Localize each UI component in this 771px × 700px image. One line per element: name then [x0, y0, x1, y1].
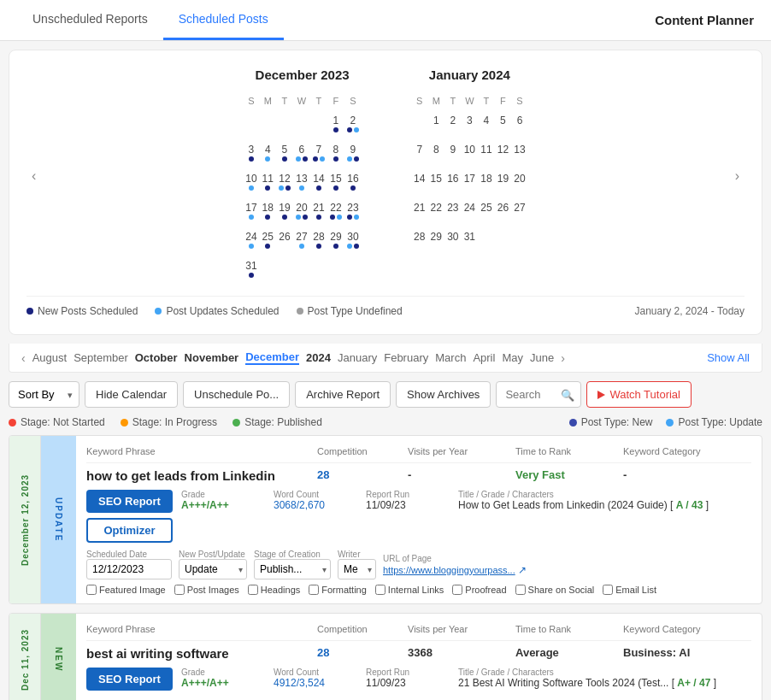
- cal-day-dec-2[interactable]: 2: [345, 111, 361, 138]
- cal-day-jan-10[interactable]: 10: [462, 140, 478, 168]
- cal-day-jan-23[interactable]: 23: [445, 198, 461, 226]
- month-february[interactable]: February: [384, 351, 428, 364]
- cal-day-jan-8[interactable]: 8: [428, 140, 444, 168]
- cal-day-dec-19[interactable]: 19: [277, 198, 292, 226]
- cal-day-dec-18[interactable]: 18: [261, 198, 275, 226]
- cal-day-jan-12[interactable]: 12: [496, 140, 511, 168]
- cal-day-dec-27[interactable]: 27: [294, 227, 309, 255]
- scheduled-date-input-1[interactable]: [86, 559, 172, 579]
- cal-day-jan-25[interactable]: 25: [479, 198, 494, 226]
- sort-by-select[interactable]: Sort By: [9, 381, 79, 408]
- cal-day-dec-22[interactable]: 22: [328, 198, 344, 226]
- cal-day-dec-7[interactable]: 7: [311, 140, 327, 168]
- cal-day-dec-17[interactable]: 17: [244, 198, 258, 226]
- cal-day-dec-3[interactable]: 3: [244, 140, 258, 168]
- month-prev-arrow[interactable]: ‹: [21, 351, 26, 365]
- cal-day-dec-10[interactable]: 10: [244, 169, 258, 197]
- cal-day-dec-5[interactable]: 5: [277, 140, 292, 168]
- cal-day-jan-15[interactable]: 15: [428, 169, 444, 197]
- month-march[interactable]: March: [435, 351, 466, 364]
- cal-day-dec-4[interactable]: 4: [261, 140, 275, 168]
- cal-day-jan-22[interactable]: 22: [428, 198, 444, 226]
- cal-day-dec-9[interactable]: 9: [345, 140, 361, 168]
- cal-day-jan-16[interactable]: 16: [445, 169, 461, 197]
- show-all-button[interactable]: Show All: [707, 351, 750, 364]
- cb-internal-links-1[interactable]: Internal Links: [375, 585, 444, 595]
- cal-day-dec-26[interactable]: 26: [277, 227, 292, 255]
- prev-arrow[interactable]: ‹: [26, 168, 41, 184]
- cal-day-dec-28[interactable]: 28: [311, 227, 327, 255]
- cal-day-jan-17[interactable]: 17: [462, 169, 478, 197]
- month-november[interactable]: November: [185, 351, 239, 364]
- cal-day-dec-23[interactable]: 23: [345, 198, 361, 226]
- stage-creation-select-1[interactable]: Publish... Not Started In Progress: [254, 559, 331, 579]
- cal-day-jan-24[interactable]: 24: [462, 198, 478, 226]
- tab-unscheduled[interactable]: Unscheduled Reports: [17, 0, 163, 40]
- cal-day-jan-31[interactable]: 31: [462, 227, 478, 255]
- cb-proofread-1[interactable]: Proofread: [452, 585, 506, 595]
- cal-day-jan-14[interactable]: 14: [412, 169, 427, 197]
- month-december[interactable]: December: [245, 350, 299, 365]
- cal-day-dec-21[interactable]: 21: [311, 198, 327, 226]
- cal-day-dec-25[interactable]: 25: [261, 227, 275, 255]
- cal-day-jan-2[interactable]: 2: [445, 111, 461, 138]
- seo-report-button-2[interactable]: SEO Report: [86, 668, 173, 691]
- cal-day-jan-13[interactable]: 13: [512, 140, 527, 168]
- cal-day-jan-7[interactable]: 7: [412, 140, 427, 168]
- cal-day-dec-20[interactable]: 20: [294, 198, 309, 226]
- url-link-1[interactable]: https://www.bloggingyourpass...: [383, 565, 515, 575]
- cal-day-dec-16[interactable]: 16: [345, 169, 361, 197]
- cal-day-dec-29[interactable]: 29: [328, 227, 344, 255]
- month-september[interactable]: September: [74, 351, 128, 364]
- month-june[interactable]: June: [530, 351, 554, 364]
- cb-headings-1[interactable]: Headings: [248, 585, 300, 595]
- month-january[interactable]: January: [338, 351, 377, 364]
- cal-day-jan-26[interactable]: 26: [496, 198, 511, 226]
- cal-day-dec-13[interactable]: 13: [294, 169, 309, 197]
- cb-email-list-1[interactable]: Email List: [603, 585, 656, 595]
- cal-day-jan-5[interactable]: 5: [496, 111, 511, 138]
- unschedule-post-button[interactable]: Unschedule Po...: [183, 381, 290, 408]
- month-april[interactable]: April: [473, 351, 495, 364]
- external-link-icon-1[interactable]: ↗: [518, 564, 527, 576]
- cal-day-dec-30[interactable]: 30: [345, 227, 361, 255]
- tab-scheduled[interactable]: Scheduled Posts: [163, 0, 284, 40]
- month-august[interactable]: August: [32, 351, 67, 364]
- cal-day-jan-21[interactable]: 21: [412, 198, 427, 226]
- cb-post-images-1[interactable]: Post Images: [174, 585, 239, 595]
- cal-day-jan-20[interactable]: 20: [512, 169, 527, 197]
- next-arrow[interactable]: ›: [730, 168, 745, 184]
- cb-featured-image-1[interactable]: Featured Image: [86, 585, 166, 595]
- cal-day-jan-19[interactable]: 19: [496, 169, 511, 197]
- cal-day-dec-14[interactable]: 14: [311, 169, 327, 197]
- cal-day-jan-6[interactable]: 6: [512, 111, 527, 138]
- cal-day-jan-29[interactable]: 29: [428, 227, 444, 255]
- writer-select-1[interactable]: Me: [338, 559, 376, 579]
- seo-report-button-1[interactable]: SEO Report: [86, 490, 173, 513]
- optimizer-button-1[interactable]: Optimizer: [86, 518, 173, 543]
- month-next-arrow[interactable]: ›: [561, 351, 565, 365]
- cal-day-jan-3[interactable]: 3: [462, 111, 478, 138]
- hide-calendar-button[interactable]: Hide Calendar: [85, 381, 178, 408]
- cal-day-jan-28[interactable]: 28: [412, 227, 427, 255]
- month-october[interactable]: October: [135, 351, 178, 364]
- cal-day-jan-18[interactable]: 18: [479, 169, 494, 197]
- cal-day-jan-11[interactable]: 11: [479, 140, 494, 168]
- new-post-select-1[interactable]: Update New Post: [179, 559, 247, 579]
- cal-day-dec-15[interactable]: 15: [328, 169, 344, 197]
- cal-day-dec-31[interactable]: 31: [244, 256, 258, 284]
- watch-tutorial-button[interactable]: Watch Tutorial: [586, 381, 692, 408]
- cb-share-social-1[interactable]: Share on Social: [515, 585, 595, 595]
- cal-day-dec-8[interactable]: 8: [328, 140, 344, 168]
- cb-formatting-1[interactable]: Formatting: [309, 585, 367, 595]
- cal-day-dec-6[interactable]: 6: [294, 140, 309, 168]
- cal-day-jan-27[interactable]: 27: [512, 198, 527, 226]
- cal-day-jan-30[interactable]: 30: [445, 227, 461, 255]
- cal-day-jan-9[interactable]: 9: [445, 140, 461, 168]
- cal-day-dec-12[interactable]: 12: [277, 169, 292, 197]
- cal-day-jan-4[interactable]: 4: [479, 111, 494, 138]
- cal-day-dec-24[interactable]: 24: [244, 227, 258, 255]
- cal-day-dec-1[interactable]: 1: [328, 111, 344, 138]
- cal-day-jan-1[interactable]: 1: [428, 111, 444, 138]
- show-archives-button[interactable]: Show Archives: [396, 381, 491, 408]
